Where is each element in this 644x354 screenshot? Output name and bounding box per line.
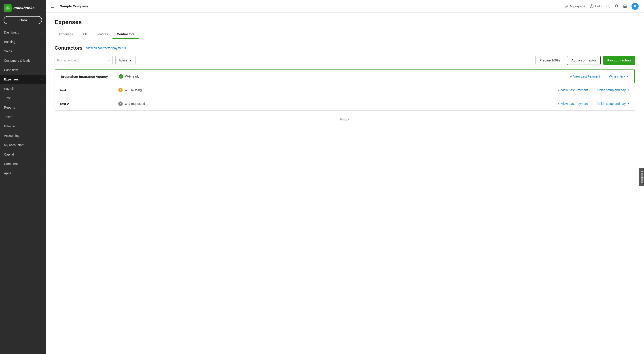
sidebar-item-label: Time (4, 96, 11, 100)
sidebar-item-chevron-icon: › (41, 172, 42, 175)
svg-point-5 (607, 5, 609, 7)
tab-bills[interactable]: Bills (77, 30, 92, 39)
page-title: Expenses (54, 19, 635, 26)
finish-setup-chevron-icon-3: ▼ (627, 102, 630, 105)
sidebar-item-mileage[interactable]: Mileage (0, 122, 46, 131)
sidebar-item-capital[interactable]: Capital› (0, 150, 46, 159)
sidebar-item-banking[interactable]: Banking› (0, 37, 46, 46)
sidebar-item-label: Commerce (4, 162, 19, 166)
sidebar-item-cash-flow[interactable]: Cash flow (0, 65, 46, 75)
help-button[interactable]: Help (590, 4, 602, 8)
notifications-icon[interactable] (614, 4, 618, 8)
help-label: Help (595, 4, 602, 8)
pay-contractors-button[interactable]: Pay contractors (603, 56, 635, 65)
my-experts-label: My experts (570, 4, 585, 8)
svg-point-2 (566, 5, 567, 6)
sidebar-item-customers---leads[interactable]: Customers & leads› (0, 56, 46, 65)
w9-status-icon-1: ✓ (119, 74, 123, 79)
contractor-row-2: test ! W-9 missing ► View Last Payment F… (55, 83, 635, 97)
contractors-list: Brosnahan Insurance Agency ✓ W-9 ready ►… (54, 69, 635, 111)
sidebar-item-payroll[interactable]: Payroll› (0, 84, 46, 93)
sidebar-item-time[interactable]: Time› (0, 93, 46, 103)
user-avatar[interactable]: R (632, 3, 639, 10)
svg-point-4 (592, 7, 592, 7)
write-check-chevron-icon: ▼ (626, 75, 629, 78)
sidebar-item-chevron-icon: › (41, 162, 42, 165)
filter-chevron-icon: ▼ (129, 58, 132, 62)
sidebar-item-label: Capital (4, 153, 14, 156)
sidebar-item-label: Apps (4, 171, 11, 175)
sidebar-item-chevron-icon: › (41, 40, 42, 43)
sidebar-item-label: Payroll (4, 87, 14, 90)
logo-text: quickbooks (14, 6, 34, 10)
sidebar-item-my-accountant[interactable]: My accountant (0, 140, 46, 150)
sidebar-item-commerce[interactable]: Commerce› (0, 159, 46, 169)
view-last-payment-3[interactable]: ► View Last Payment (558, 102, 588, 105)
w9-label-1: W-9 ready (125, 75, 139, 78)
sidebar-item-label: My accountant (4, 143, 24, 147)
contractor-row-3: test 2 ● W-9 requested ► View Last Payme… (55, 97, 635, 110)
finish-setup-chevron-icon-2: ▼ (627, 89, 630, 91)
contractor-name-2: test (60, 88, 118, 92)
sidebar-item-chevron-icon: › (41, 50, 42, 52)
sidebar: QB quickbooks + New Dashboard›Banking›Sa… (0, 0, 46, 354)
sidebar-item-label: Taxes (4, 115, 12, 119)
filter-label: Active (119, 58, 127, 62)
sidebar-item-label: Sales (4, 49, 12, 53)
add-contractor-button[interactable]: Add a contractor (567, 56, 600, 65)
sidebar-item-label: Dashboard (4, 31, 20, 34)
sidebar-item-chevron-icon: › (41, 78, 42, 81)
sidebar-item-taxes[interactable]: Taxes› (0, 112, 46, 122)
svg-text:QB: QB (6, 6, 10, 9)
sidebar-item-chevron-icon: › (41, 153, 42, 156)
sidebar-item-sales[interactable]: Sales› (0, 46, 46, 56)
tab-vendors[interactable]: Vendors (92, 30, 112, 39)
tab-contractors[interactable]: Contractors (112, 30, 139, 39)
w9-status-icon-2: ! (118, 88, 123, 92)
search-wrapper: ▼ (54, 56, 113, 65)
sidebar-item-chevron-icon: › (41, 134, 42, 137)
sidebar-item-label: Banking (4, 40, 16, 43)
search-icon[interactable] (606, 4, 610, 8)
menu-icon[interactable]: ☰ (51, 4, 54, 9)
view-all-payments-link[interactable]: View all contractor payments (86, 46, 126, 50)
privacy-text: Privacy (54, 118, 635, 121)
w9-status-icon-3: ● (118, 101, 123, 106)
search-chevron-icon[interactable]: ▼ (108, 59, 110, 62)
contractor-row-1: Brosnahan Insurance Agency ✓ W-9 ready ►… (55, 69, 635, 84)
filter-active-button[interactable]: Active ▼ (116, 56, 136, 65)
sidebar-item-chevron-icon: › (41, 115, 42, 118)
svg-point-6 (624, 5, 626, 7)
new-button[interactable]: + New (4, 16, 42, 24)
topbar-actions: My experts Help R (564, 3, 639, 10)
sidebar-item-label: Expenses (4, 77, 18, 81)
search-input[interactable] (57, 58, 106, 62)
sidebar-item-label: Mileage (4, 124, 15, 128)
section-title: Contractors (54, 45, 82, 51)
topbar: ☰ Sample Company My experts Help R (46, 0, 644, 12)
view-last-payment-2[interactable]: ► View Last Payment (558, 88, 588, 92)
sidebar-item-chevron-icon: › (41, 31, 42, 34)
sidebar-item-chevron-icon: › (41, 87, 42, 90)
prepare-1099s-button[interactable]: Prepare 1099s (535, 56, 564, 65)
feedback-tab[interactable]: Feedback (639, 168, 644, 186)
sidebar-item-label: Customers & leads (4, 59, 30, 62)
sidebar-item-expenses[interactable]: Expenses› (0, 75, 46, 84)
sidebar-item-label: Cash flow (4, 68, 18, 72)
section-header: Contractors View all contractor payments (54, 45, 635, 51)
w9-label-2: W-9 missing (124, 88, 142, 92)
sidebar-item-dashboard[interactable]: Dashboard› (0, 28, 46, 37)
write-check-button[interactable]: Write check ▼ (609, 75, 629, 78)
finish-setup-pay-button-3[interactable]: Finish setup and pay ▼ (597, 102, 630, 105)
sidebar-item-reports[interactable]: Reports (0, 103, 46, 112)
tab-expenses[interactable]: Expenses (54, 30, 77, 39)
controls-row: ▼ Active ▼ Prepare 1099s Add a contracto… (54, 56, 635, 65)
finish-setup-pay-button-2[interactable]: Finish setup and pay ▼ (597, 88, 630, 92)
content-area: Expenses Expenses Bills Vendors Contract… (46, 12, 644, 354)
my-experts-button[interactable]: My experts (564, 4, 585, 8)
view-last-payment-1[interactable]: ► View Last Payment (570, 75, 600, 78)
sidebar-item-accounting[interactable]: Accounting› (0, 131, 46, 140)
company-name: Sample Company (60, 4, 561, 8)
sidebar-item-apps[interactable]: Apps› (0, 169, 46, 178)
settings-icon[interactable] (623, 4, 627, 8)
